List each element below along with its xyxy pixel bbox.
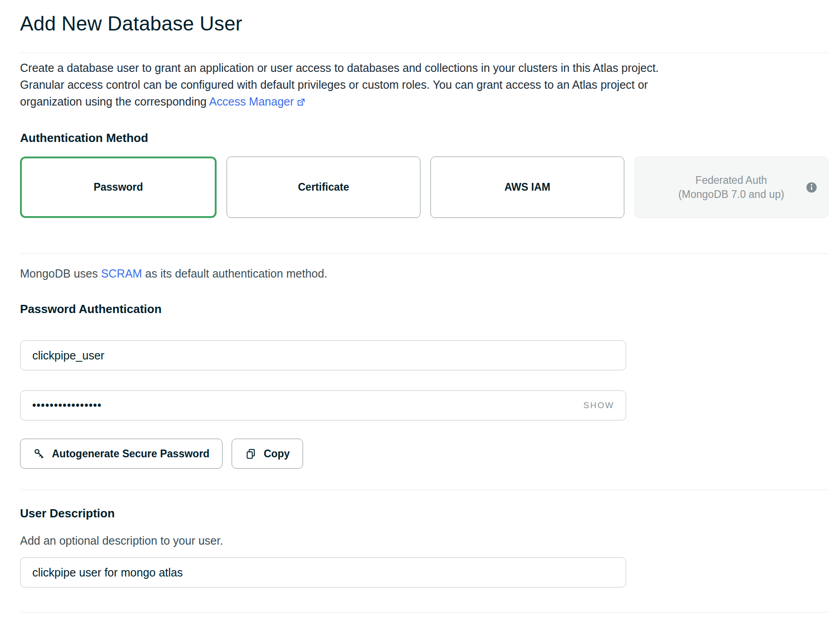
divider [20,612,828,612]
copy-password-button[interactable]: Copy [232,439,303,469]
password-authentication-heading: Password Authentication [20,302,828,316]
auth-card-certificate-label: Certificate [298,181,349,193]
add-database-user-form: Add New Database User Create a database … [0,12,840,612]
auth-card-password[interactable]: Password [20,157,217,218]
scram-note: MongoDB uses SCRAM as its default authen… [20,267,828,280]
autogenerate-password-button[interactable]: Autogenerate Secure Password [20,439,223,469]
authentication-method-heading: Authentication Method [20,131,828,145]
divider [20,53,828,53]
access-manager-link-label: Access Manager [209,95,294,108]
external-link-icon [296,97,306,107]
federated-label-line1: Federated Auth [695,174,767,186]
user-description-subtext: Add an optional description to your user… [20,534,828,547]
auth-card-federated-auth: Federated Auth (MongoDB 7.0 and up) [634,157,828,218]
key-icon [33,448,46,460]
auth-card-aws-iam[interactable]: AWS IAM [430,157,624,218]
autogenerate-password-label: Autogenerate Secure Password [52,448,209,460]
password-input[interactable] [20,390,626,420]
access-manager-link[interactable]: Access Manager [209,95,306,108]
auth-card-aws-iam-label: AWS IAM [505,181,551,193]
intro-text: Create a database user to grant an appli… [20,61,659,108]
page-title: Add New Database User [20,12,828,35]
auth-card-password-label: Password [94,181,143,193]
password-buttons-row: Autogenerate Secure Password Copy [20,439,828,469]
auth-method-cards: Password Certificate AWS IAM Federated A… [20,157,828,218]
divider [20,253,828,254]
federated-label-line2: (MongoDB 7.0 and up) [678,188,784,200]
info-circle-icon[interactable] [805,181,818,193]
user-description-input[interactable] [20,557,626,587]
user-description-heading: User Description [20,506,828,520]
copy-icon [245,448,257,460]
copy-button-label: Copy [263,448,290,460]
scram-link[interactable]: SCRAM [101,267,142,280]
scram-note-before: MongoDB uses [20,267,101,280]
divider [20,490,828,490]
scram-note-after: as its default authentication method. [142,267,327,280]
intro-paragraph: Create a database user to grant an appli… [20,60,699,110]
auth-card-certificate[interactable]: Certificate [227,157,420,218]
username-input[interactable] [20,340,626,370]
auth-card-federated-label: Federated Auth (MongoDB 7.0 and up) [678,173,784,202]
show-password-button[interactable]: SHOW [583,400,614,410]
password-field-wrap: SHOW [20,390,626,420]
